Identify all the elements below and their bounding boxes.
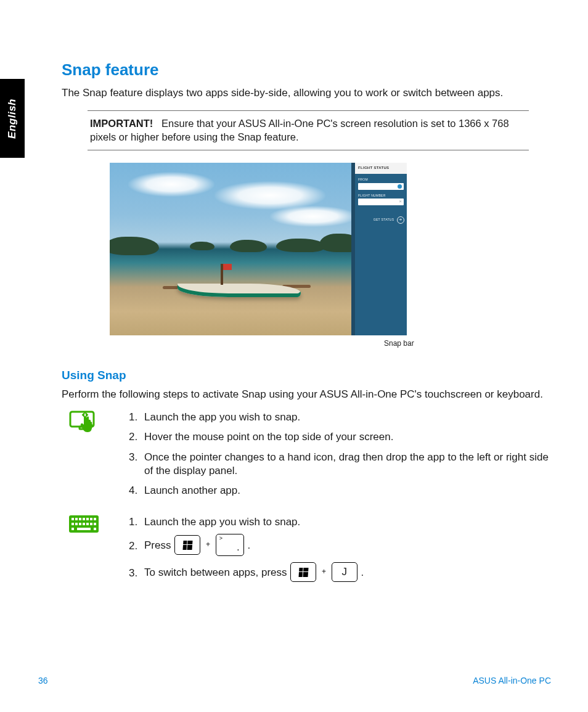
list-item: Press + > . .: [141, 535, 364, 557]
figure-caption: Snap bar: [384, 339, 555, 349]
language-label: English: [6, 99, 19, 139]
touch-steps-block: Launch the app you wish to snap. Hover t…: [62, 411, 555, 504]
swap-icon: [398, 184, 402, 189]
manual-page: English Snap feature The Snap feature di…: [0, 0, 588, 712]
touch-steps-list: Launch the app you wish to snap. Hover t…: [122, 411, 555, 504]
arrow-right-icon: ➜: [397, 216, 404, 224]
list-item: Launch another app.: [141, 484, 549, 497]
plus-icon: +: [322, 567, 326, 577]
keyboard-icon: [62, 515, 122, 533]
island-shape: [110, 237, 159, 255]
flight-input: ×: [358, 198, 404, 205]
flight-app-header: FLIGHT STATUS: [355, 163, 407, 174]
cloud-shape: [270, 206, 356, 227]
note-body: Ensure that your ASUS All-in-One PC's sc…: [90, 118, 509, 142]
j-key-icon: J: [332, 562, 357, 582]
language-tab: English: [0, 79, 25, 158]
field-label-flight: FLIGHT NUMBER: [358, 194, 404, 198]
clear-icon: ×: [399, 198, 402, 205]
island-shape: [230, 240, 267, 252]
island-shape: [276, 239, 325, 252]
product-name: ASUS All-in-One PC: [473, 675, 551, 686]
important-note: IMPORTANT! Ensure that your ASUS All-in-…: [88, 110, 529, 151]
keyboard-steps-list: Launch the app you wish to snap. Press +…: [122, 515, 370, 589]
section-heading: Snap feature: [62, 59, 555, 80]
boat-shape: [178, 268, 301, 311]
cloud-shape: [128, 172, 214, 197]
note-label: IMPORTANT!: [90, 118, 153, 129]
subsection-heading: Using Snap: [62, 367, 555, 383]
subsection-lead: Perform the following steps to activate …: [62, 388, 555, 401]
greater-than-label: >: [219, 535, 223, 542]
snap-screenshot: FLIGHT STATUS FROM FLIGHT NUMBER × GET S…: [110, 163, 407, 335]
snap-figure: FLIGHT STATUS FROM FLIGHT NUMBER × GET S…: [110, 163, 555, 349]
page-footer: 36 ASUS All-in-One PC: [38, 675, 551, 686]
list-item: Once the pointer changes to a hand icon,…: [141, 451, 549, 478]
flight-status-app-panel: FLIGHT STATUS FROM FLIGHT NUMBER × GET S…: [355, 163, 407, 335]
get-status-button: GET STATUS ➜: [355, 216, 404, 224]
island-shape: [190, 242, 214, 250]
section-intro: The Snap feature displays two apps side-…: [62, 86, 555, 100]
page-number: 36: [38, 675, 48, 686]
list-item: To switch between apps, press + J .: [141, 563, 364, 583]
page-content: Snap feature The Snap feature displays t…: [62, 59, 555, 600]
windows-key-icon: [174, 535, 200, 555]
keyboard-steps-block: Launch the app you wish to snap. Press +…: [62, 515, 555, 589]
field-label-from: FROM: [358, 178, 404, 182]
photo-app-panel: [110, 163, 351, 335]
list-item: Hover the mouse point on the top side of…: [141, 430, 549, 444]
touch-icon: [62, 411, 122, 436]
windows-key-icon: [290, 562, 316, 582]
plus-icon: +: [206, 540, 210, 550]
list-item: Launch the app you wish to snap.: [141, 515, 364, 529]
from-input: [358, 183, 404, 190]
period-key-icon: > .: [216, 534, 244, 556]
list-item: Launch the app you wish to snap.: [141, 411, 549, 424]
